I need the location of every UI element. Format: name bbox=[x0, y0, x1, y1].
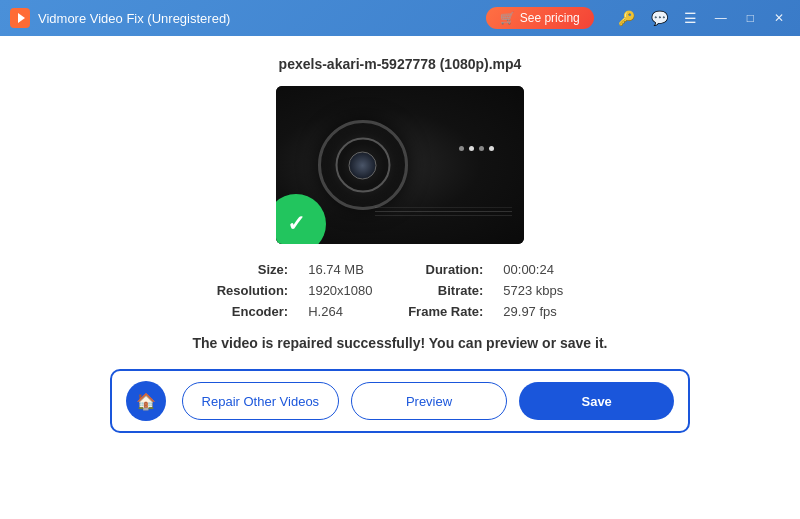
menu-icon-button[interactable]: ☰ bbox=[680, 8, 701, 28]
duration-label: Duration: bbox=[408, 262, 483, 277]
framerate-label: Frame Rate: bbox=[408, 304, 483, 319]
see-pricing-button[interactable]: 🛒 See pricing bbox=[486, 7, 594, 29]
home-button[interactable]: 🏠 bbox=[126, 381, 166, 421]
app-logo bbox=[10, 8, 30, 28]
key-icon-button[interactable]: 🔑 bbox=[614, 8, 639, 28]
chat-icon-button[interactable]: 💬 bbox=[647, 8, 672, 28]
dot-2 bbox=[469, 146, 474, 151]
action-area: 🏠 Repair Other Videos Preview Save bbox=[110, 369, 690, 433]
framerate-value: 29.97 fps bbox=[503, 304, 583, 319]
video-info-table: Size: 16.74 MB Duration: 00:00:24 Resolu… bbox=[217, 262, 584, 319]
app-title: Vidmore Video Fix (Unregistered) bbox=[38, 11, 486, 26]
size-label: Size: bbox=[217, 262, 289, 277]
window-controls: 🔑 💬 ☰ — □ ✕ bbox=[614, 8, 790, 28]
encoder-label: Encoder: bbox=[217, 304, 289, 319]
resolution-value: 1920x1080 bbox=[308, 283, 388, 298]
repair-other-videos-button[interactable]: Repair Other Videos bbox=[182, 382, 339, 420]
action-buttons-group: Repair Other Videos Preview Save bbox=[182, 382, 674, 420]
dot-3 bbox=[479, 146, 484, 151]
size-value: 16.74 MB bbox=[308, 262, 388, 277]
bitrate-label: Bitrate: bbox=[408, 283, 483, 298]
minimize-button[interactable]: — bbox=[709, 9, 733, 27]
save-button[interactable]: Save bbox=[519, 382, 674, 420]
cart-icon: 🛒 bbox=[500, 11, 515, 25]
success-message: The video is repaired successfully! You … bbox=[193, 335, 608, 351]
video-preview: ✓ bbox=[276, 86, 524, 244]
title-bar: Vidmore Video Fix (Unregistered) 🛒 See p… bbox=[0, 0, 800, 36]
lens-inner bbox=[335, 138, 390, 193]
mechanical-lines bbox=[375, 211, 511, 212]
maximize-button[interactable]: □ bbox=[741, 9, 760, 27]
encoder-value: H.264 bbox=[308, 304, 388, 319]
dot-4 bbox=[489, 146, 494, 151]
resolution-label: Resolution: bbox=[217, 283, 289, 298]
preview-button[interactable]: Preview bbox=[351, 382, 508, 420]
light-dots bbox=[459, 146, 494, 151]
duration-value: 00:00:24 bbox=[503, 262, 583, 277]
close-button[interactable]: ✕ bbox=[768, 9, 790, 27]
main-content: pexels-akari-m-5927778 (1080p).mp4 ✓ Siz… bbox=[0, 36, 800, 519]
home-icon: 🏠 bbox=[136, 392, 156, 411]
dot-1 bbox=[459, 146, 464, 151]
video-filename: pexels-akari-m-5927778 (1080p).mp4 bbox=[279, 56, 522, 72]
lens-outer bbox=[318, 120, 408, 210]
lens-core bbox=[349, 151, 377, 179]
bitrate-value: 5723 kbps bbox=[503, 283, 583, 298]
